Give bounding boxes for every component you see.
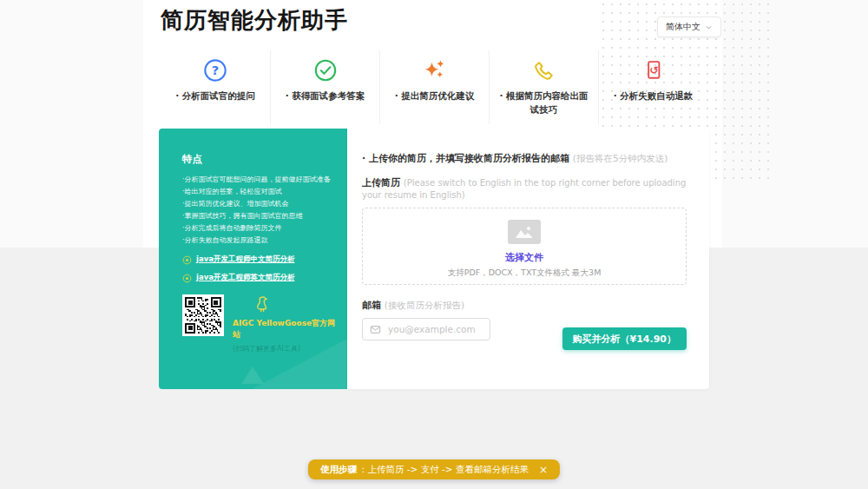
feature-label: · 分析面试官的提问: [169, 89, 261, 103]
feature-reference-answers: · 获得面试参考答案: [270, 50, 379, 124]
panel-feature-list: ·分析面试官可能想问的问题，提前做好面试准备 ·给出对应的答案，轻松应对面试 ·…: [182, 174, 337, 247]
form-intro-text: · 上传你的简历，并填写接收简历分析报告的邮箱: [362, 153, 569, 164]
goose-icon: [252, 294, 271, 314]
image-placeholder-icon: [508, 220, 541, 244]
feature-auto-refund: ↺ · 分析失败自动退款: [598, 50, 707, 124]
steps-toast: 使用步骤 ：上传简历 -> 支付 -> 查看邮箱分析结果 ×: [308, 459, 560, 479]
sparkles-icon: [389, 56, 480, 85]
panel-title: 特点: [182, 153, 337, 166]
upload-form: · 上传你的简历，并填写接收简历分析报告的邮箱 (报告将在5分钟内发送) 上传简…: [347, 129, 709, 389]
toast-label: 使用步骤: [320, 464, 357, 476]
sample-link-chinese-resume[interactable]: java开发工程师中文简历分析: [196, 254, 294, 265]
feature-analyze-questions: ? · 分析面试官的提问: [161, 50, 270, 124]
email-label-row: 邮箱 (接收简历分析报告): [362, 299, 687, 312]
brand-info: AIGC YellowGoose官方网站 (扫码了解更多AI工具): [233, 294, 337, 354]
language-selector-label: 简体中文: [666, 21, 700, 33]
email-field[interactable]: [386, 323, 483, 335]
check-badge-icon: [279, 56, 371, 85]
feature-label: · 获得面试参考答案: [279, 89, 371, 103]
email-label: 邮箱: [362, 300, 381, 311]
feature-label: · 分析失败自动退款: [608, 89, 699, 103]
file-format-hint: 支持PDF，DOCX，TXT文件格式 最大3M: [363, 268, 686, 279]
language-selector[interactable]: 简体中文: [657, 17, 721, 37]
panel-feature-item: ·分析面试官可能想问的问题，提前做好面试准备: [182, 174, 337, 186]
feature-resume-suggestions: · 提出简历优化建议: [379, 50, 489, 124]
brand-caption: (扫码了解更多AI工具): [233, 344, 337, 354]
main-card: 特点 ·分析面试官可能想问的问题，提前做好面试准备 ·给出对应的答案，轻松应对面…: [159, 129, 709, 389]
eye-icon: [182, 255, 192, 265]
panel-feature-item: ·分析完成后将自动删除简历文件: [182, 222, 337, 235]
chevron-down-icon: [705, 23, 713, 31]
panel-feature-item: ·分析失败自动发起原路退款: [182, 235, 337, 247]
page: 简历智能分析助手 简体中文 ? · 分析面试官的提问 · 获得面试参考答案: [0, 0, 868, 489]
panel-feature-item: ·给出对应的答案，轻松应对面试: [182, 186, 337, 198]
sample-link-row: java开发工程师中文简历分析: [182, 254, 337, 265]
envelope-icon: [370, 324, 381, 335]
features-row: ? · 分析面试官的提问 · 获得面试参考答案 · 提出简历优化建议: [161, 50, 707, 124]
feature-label: · 根据简历内容给出面试技巧: [498, 89, 589, 117]
svg-text:↺: ↺: [649, 64, 658, 76]
eye-icon: [182, 274, 192, 283]
upload-note: (Please switch to English in the top rig…: [362, 178, 686, 200]
brand-row: AIGC YellowGoose官方网站 (扫码了解更多AI工具): [182, 294, 337, 354]
upload-dropzone[interactable]: 选择文件 支持PDF，DOCX，TXT文件格式 最大3M: [362, 208, 687, 285]
feature-interview-tips: · 根据简历内容给出面试技巧: [489, 50, 598, 124]
form-intro: · 上传你的简历，并填写接收简历分析报告的邮箱 (报告将在5分钟内发送): [362, 152, 687, 165]
sample-link-row: java开发工程师英文简历分析: [182, 273, 337, 283]
upload-label-row: 上传简历 (Please switch to English in the to…: [362, 176, 687, 201]
question-circle-icon: ?: [169, 56, 261, 85]
email-note: (接收简历分析报告): [385, 300, 464, 310]
feature-label: · 提出简历优化建议: [389, 89, 480, 103]
upload-label: 上传简历: [362, 177, 400, 188]
triangle-decoration: [241, 367, 264, 384]
panel-feature-item: ·提出简历优化建议、增加面试机会: [182, 198, 337, 210]
email-field-wrapper: [362, 318, 490, 340]
panel-feature-item: ·掌握面试技巧，拥有面向面试官的思维: [182, 210, 337, 222]
close-icon[interactable]: ×: [539, 464, 548, 476]
buy-and-analyze-button[interactable]: 购买并分析（¥14.90）: [562, 327, 687, 350]
sample-link-english-resume[interactable]: java开发工程师英文简历分析: [196, 273, 294, 283]
refund-icon: ↺: [608, 56, 699, 85]
page-title: 简历智能分析助手: [161, 7, 348, 34]
svg-text:?: ?: [212, 63, 219, 77]
form-intro-note: (报告将在5分钟内发送): [573, 153, 667, 163]
phone-icon: [498, 56, 589, 85]
features-panel: 特点 ·分析面试官可能想问的问题，提前做好面试准备 ·给出对应的答案，轻松应对面…: [159, 129, 347, 389]
brand-name[interactable]: AIGC YellowGoose官方网站: [233, 318, 337, 340]
qr-code: [182, 294, 224, 336]
choose-file-button[interactable]: 选择文件: [363, 251, 686, 264]
toast-steps: ：上传简历 -> 支付 -> 查看邮箱分析结果: [358, 464, 529, 476]
